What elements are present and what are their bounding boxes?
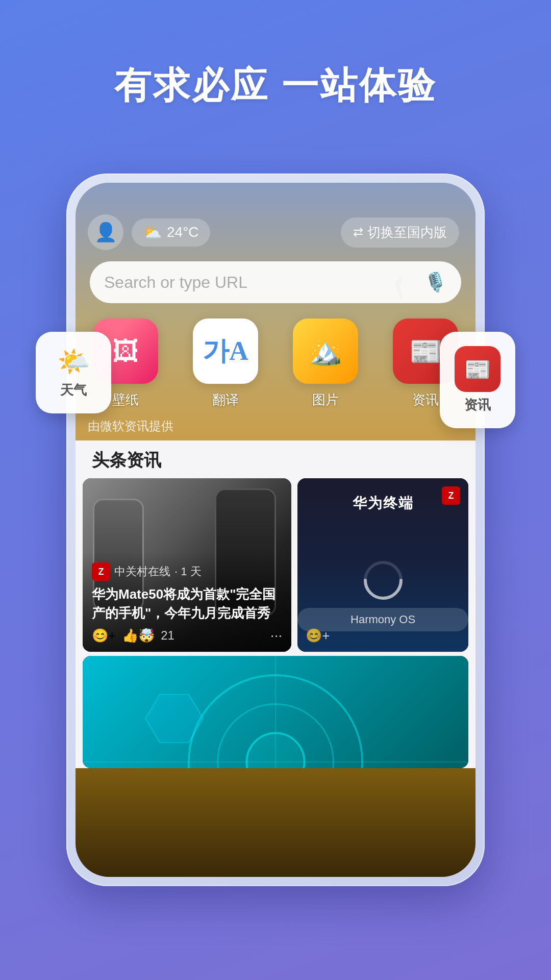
card2-react-btn[interactable]: 😊+ (306, 628, 330, 644)
news-row-2 (76, 656, 475, 768)
card1-headline: 华为Mate50将成为首款"完全国产的手机"，今年九月完成首秀 (92, 585, 282, 622)
news-section: 头条资讯 Z 中关村在线 (76, 440, 475, 768)
phone-screen: 👤 ⛅ 24°C ⇄ 切换至国内版 Search or type URL (76, 183, 475, 877)
zol-logo: Z (92, 562, 110, 581)
phone-mockup: 🌤️ 天气 📰 资讯 (66, 174, 485, 886)
zol-logo-2: Z (442, 486, 460, 505)
floating-weather-label: 天气 (60, 381, 87, 399)
news-icon: 📰 (464, 357, 491, 382)
translate-icon: 가A (203, 333, 248, 369)
hero-title: 有求必应 一站体验 (0, 0, 551, 110)
picture-label: 图片 (312, 391, 339, 409)
quick-apps-row: 🖼 壁纸 가A 翻译 🏔️ (76, 313, 475, 414)
weather-pill[interactable]: ⛅ 24°C (132, 218, 210, 247)
app-picture[interactable]: 🏔️ 图片 (288, 318, 363, 409)
news-card-2[interactable]: 华为终端 Harmony OS (297, 478, 468, 652)
news-row-1: Z 中关村在线 · 1 天 华为Mate50将成为首款"完全国产的手机"，今年九… (76, 478, 475, 652)
temperature-display: 24°C (167, 224, 199, 240)
more-options-button[interactable]: ··· (270, 627, 282, 644)
card1-source-row: Z 中关村在线 · 1 天 (92, 562, 282, 581)
avatar-button[interactable]: 👤 (88, 214, 123, 250)
switch-region-button[interactable]: ⇄ 切换至国内版 (341, 217, 459, 248)
card2-source-logo: Z (442, 486, 460, 505)
circuit-bg (83, 656, 468, 768)
loading-circle (363, 560, 404, 601)
search-bar-container: Search or type URL 🎙️ (76, 256, 475, 313)
card1-actions: 😊+ 👍🤯 21 ··· (92, 627, 282, 644)
wallpaper-emoji: 🖼 (112, 336, 139, 366)
top-bar: 👤 ⛅ 24°C ⇄ 切换至国内版 (76, 208, 475, 256)
app-translate[interactable]: 가A 翻译 (188, 318, 263, 409)
news-card-3[interactable] (83, 656, 468, 768)
card3-image (83, 656, 468, 768)
card1-overlay: Z 中关村在线 · 1 天 华为Mate50将成为首款"完全国产的手机"，今年九… (83, 552, 291, 652)
card1-time: · 1 天 (174, 564, 202, 579)
wallpaper-label: 壁纸 (112, 391, 139, 409)
phone-content: 👤 ⛅ 24°C ⇄ 切换至国内版 Search or type URL (76, 183, 475, 768)
floating-news-label: 资讯 (464, 396, 491, 414)
section-title: 头条资讯 (76, 440, 475, 478)
translate-icon-wrap: 가A (193, 318, 258, 384)
search-bar[interactable]: Search or type URL 🎙️ (90, 261, 461, 303)
phone-frame: 👤 ⛅ 24°C ⇄ 切换至国内版 Search or type URL (66, 174, 485, 886)
news-label: 资讯 (412, 391, 439, 409)
weather-cloud-icon: ⛅ (143, 224, 162, 241)
like-count: 21 (161, 628, 174, 643)
picture-icon: 🏔️ (293, 318, 358, 384)
switch-icon: ⇄ (353, 225, 363, 239)
source-badge: 由微软资讯提供 (76, 414, 475, 436)
news-card-1[interactable]: Z 中关村在线 · 1 天 华为Mate50将成为首款"完全国产的手机"，今年九… (83, 478, 291, 652)
floating-weather-card[interactable]: 🌤️ 天气 (36, 332, 111, 413)
svg-marker-9 (145, 695, 203, 743)
card1-source: 中关村在线 (114, 564, 170, 579)
status-bar (76, 183, 475, 208)
search-placeholder-text: Search or type URL (104, 273, 418, 292)
like-icon: 👍🤯 (122, 628, 155, 644)
emoji-react-button[interactable]: 😊+ (92, 628, 116, 644)
switch-label: 切换至国内版 (367, 224, 447, 241)
translate-label: 翻译 (212, 391, 239, 409)
microphone-icon[interactable]: 🎙️ (424, 272, 447, 293)
avatar-icon: 👤 (94, 222, 117, 243)
floating-news-card[interactable]: 📰 资讯 (440, 332, 515, 428)
